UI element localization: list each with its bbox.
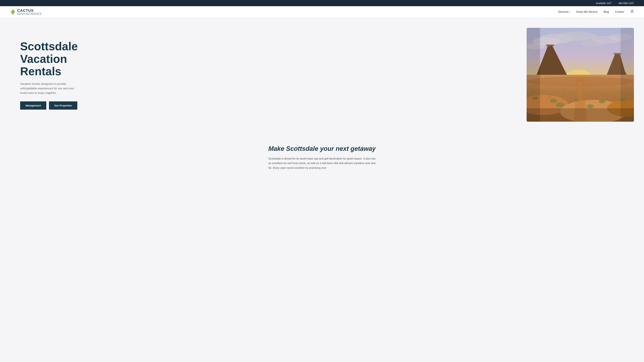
svg-point-4 bbox=[557, 31, 597, 41]
hero-image bbox=[526, 28, 634, 122]
svg-rect-66 bbox=[620, 28, 634, 122]
services-link[interactable]: Services ▾ bbox=[558, 10, 570, 13]
svg-point-0 bbox=[632, 10, 632, 11]
svg-point-57 bbox=[550, 99, 557, 103]
svg-point-8 bbox=[580, 39, 607, 46]
nav-item-blog[interactable]: Blog bbox=[604, 10, 609, 13]
nav-item-contact[interactable]: Contact bbox=[615, 10, 624, 13]
svg-rect-65 bbox=[526, 28, 540, 122]
nav-item-account[interactable] bbox=[630, 9, 634, 14]
available-label: Available 24/7 bbox=[596, 2, 612, 4]
svg-point-62 bbox=[587, 104, 594, 108]
areas-link[interactable]: Areas We Service bbox=[576, 10, 598, 13]
desert-landscape-svg bbox=[526, 28, 634, 122]
hero-buttons: Management Our Properties bbox=[20, 101, 107, 110]
account-icon-button[interactable] bbox=[630, 9, 634, 14]
top-bar: Available 24/7 480-666-1337 bbox=[0, 0, 644, 6]
hero-content: Scottsdale Vacation Rentals Vacation hom… bbox=[20, 40, 107, 110]
svg-point-59 bbox=[599, 100, 606, 103]
hero-subtitle: Vacation homes designed to provide unfor… bbox=[20, 82, 80, 95]
svg-marker-20 bbox=[614, 53, 621, 54]
getaway-section: Make Scottsdale your next getaway Scotts… bbox=[0, 132, 644, 177]
logo-subtext: VACATION RENTALS bbox=[17, 13, 42, 15]
nav-item-services[interactable]: Services ▾ bbox=[558, 10, 570, 13]
hero-title: Scottsdale Vacation Rentals bbox=[20, 40, 107, 78]
svg-rect-67 bbox=[526, 108, 634, 122]
svg-point-61 bbox=[556, 103, 564, 107]
getaway-heading: Make Scottsdale your next getaway bbox=[10, 145, 634, 152]
contact-link[interactable]: Contact bbox=[615, 10, 624, 13]
cactus-icon: 🌵 bbox=[10, 9, 16, 15]
hero-image-wrapper bbox=[107, 28, 634, 122]
chevron-down-icon: ▾ bbox=[569, 11, 570, 13]
navbar: 🌵 CACTUS VACATION RENTALS Services ▾ Are… bbox=[0, 6, 644, 18]
phone-number[interactable]: 480-666-1337 bbox=[618, 2, 634, 4]
svg-marker-17 bbox=[546, 44, 554, 46]
nav-item-areas[interactable]: Areas We Service bbox=[576, 10, 598, 13]
properties-button[interactable]: Our Properties bbox=[49, 101, 77, 110]
blog-link[interactable]: Blog bbox=[604, 10, 609, 13]
logo-text: CACTUS bbox=[17, 8, 42, 12]
nav-links: Services ▾ Areas We Service Blog Contact bbox=[558, 9, 634, 14]
getaway-body: Scottsdale is famed for its world-class … bbox=[268, 156, 376, 170]
hero-section: Scottsdale Vacation Rentals Vacation hom… bbox=[0, 18, 644, 132]
logo[interactable]: 🌵 CACTUS VACATION RENTALS bbox=[10, 8, 42, 15]
management-button[interactable]: Management bbox=[20, 101, 46, 110]
